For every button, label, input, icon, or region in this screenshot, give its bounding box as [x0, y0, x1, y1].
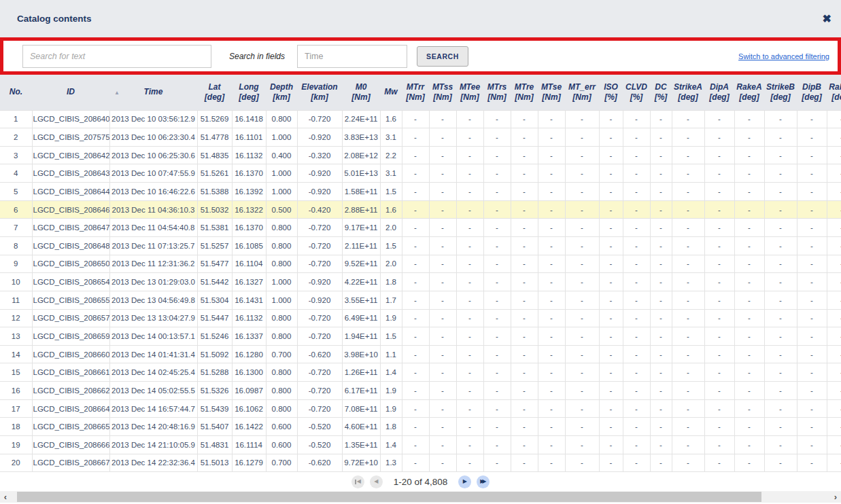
- cell: -0.720: [297, 327, 342, 346]
- table-row[interactable]: 8LGCD_CIBIS_2086482013 Dec 11 07:13:25.7…: [0, 236, 841, 255]
- column-header-mtss[interactable]: MTss[Nm]: [429, 75, 456, 110]
- column-header-m0[interactable]: M0[Nm]: [342, 75, 380, 110]
- scroll-left-arrow[interactable]: ‹: [0, 491, 11, 503]
- column-header-time[interactable]: ▲Time: [109, 75, 197, 110]
- cell: -: [672, 327, 704, 346]
- table-row[interactable]: 11LGCD_CIBIS_2086552013 Dec 13 04:56:49.…: [0, 291, 841, 309]
- cell: -: [511, 309, 538, 327]
- table-row[interactable]: 6LGCD_CIBIS_2086462013 Dec 11 04:36:10.3…: [0, 200, 841, 219]
- cell: 51.5439: [197, 399, 232, 418]
- column-header-mtee[interactable]: MTee[Nm]: [456, 75, 483, 110]
- table-row[interactable]: 3LGCD_CIBIS_2086422013 Dec 10 06:25:30.6…: [0, 146, 841, 164]
- cell: -: [483, 146, 511, 164]
- cell: 20: [0, 454, 32, 472]
- cell: -: [456, 146, 483, 164]
- search-fields-input[interactable]: [297, 45, 407, 68]
- table-row[interactable]: 1LGCD_CIBIS_2086402013 Dec 10 03:56:12.9…: [0, 110, 841, 128]
- table-row[interactable]: 14LGCD_CIBIS_2086602013 Dec 14 01:41:31.…: [0, 345, 841, 363]
- cell: -: [764, 345, 797, 363]
- last-page-button[interactable]: ▶▶: [477, 475, 490, 488]
- cell: -0.420: [297, 200, 342, 219]
- prev-page-button[interactable]: ◀: [370, 475, 383, 488]
- cell: -: [402, 399, 429, 418]
- scroll-right-arrow[interactable]: ›: [830, 491, 841, 503]
- cell: 2013 Dec 14 00:13:57.1: [109, 327, 197, 346]
- cell: -: [483, 309, 511, 327]
- column-header-strikea[interactable]: StrikeA[deg]: [672, 75, 704, 110]
- column-header-clvd[interactable]: CLVD[%]: [623, 75, 650, 110]
- cell: 16.1322: [232, 200, 266, 219]
- first-page-button[interactable]: ◀: [351, 475, 364, 488]
- cell: -: [734, 183, 764, 201]
- cell: -: [797, 345, 827, 363]
- cell: 2013 Dec 11 07:13:25.7: [109, 236, 197, 255]
- table-row[interactable]: 19LGCD_CIBIS_2086662013 Dec 14 21:10:05.…: [0, 436, 841, 454]
- column-header-strikeb[interactable]: StrikeB[deg]: [764, 75, 797, 110]
- next-page-button[interactable]: ▶: [458, 475, 471, 488]
- column-header-dipb[interactable]: DipB[deg]: [797, 75, 827, 110]
- table-row[interactable]: 13LGCD_CIBIS_2086592013 Dec 14 00:13:57.…: [0, 327, 841, 346]
- table-row[interactable]: 5LGCD_CIBIS_2086442013 Dec 10 16:46:22.6…: [0, 183, 841, 201]
- table-row[interactable]: 4LGCD_CIBIS_2086432013 Dec 10 07:47:55.9…: [0, 164, 841, 183]
- scrollbar-track[interactable]: [11, 491, 830, 503]
- table-row[interactable]: 7LGCD_CIBIS_2086472013 Dec 11 04:54:40.8…: [0, 219, 841, 237]
- table-row[interactable]: 15LGCD_CIBIS_2086612013 Dec 14 02:45:25.…: [0, 363, 841, 382]
- cell: -: [650, 309, 672, 327]
- close-icon[interactable]: ✖: [823, 14, 831, 24]
- cell: LGCD_CIBIS_208648: [32, 236, 109, 255]
- column-header-mw[interactable]: Mw: [380, 75, 402, 110]
- cell: -: [764, 327, 797, 346]
- table-row[interactable]: 9LGCD_CIBIS_2086502013 Dec 11 12:31:36.2…: [0, 255, 841, 273]
- horizontal-scrollbar[interactable]: ‹ ›: [0, 491, 841, 503]
- cell: -0.720: [297, 255, 342, 273]
- cell: 16.1300: [232, 363, 266, 382]
- cell: -: [483, 454, 511, 472]
- cell: -: [565, 219, 599, 237]
- column-header-elevation[interactable]: Elevation[km]: [297, 75, 342, 110]
- cell: -: [650, 399, 672, 418]
- column-header-depth[interactable]: Depth[km]: [266, 75, 297, 110]
- table-row[interactable]: 10LGCD_CIBIS_2086542013 Dec 13 01:29:03.…: [0, 273, 841, 291]
- cell: -: [456, 309, 483, 327]
- cell: -: [456, 345, 483, 363]
- cell: 0.600: [266, 436, 297, 454]
- cell: -: [650, 273, 672, 291]
- table-row[interactable]: 12LGCD_CIBIS_2086572013 Dec 13 13:04:27.…: [0, 309, 841, 327]
- column-header-mtre[interactable]: MTre[Nm]: [511, 75, 538, 110]
- search-text-input[interactable]: [22, 45, 211, 68]
- cell: -: [483, 219, 511, 237]
- scrollbar-thumb[interactable]: [17, 492, 761, 502]
- column-header-rakeb[interactable]: RakeB[deg]: [827, 75, 841, 110]
- table-row[interactable]: 17LGCD_CIBIS_2086642013 Dec 14 16:57:44.…: [0, 399, 841, 418]
- column-header-dipa[interactable]: DipA[deg]: [704, 75, 734, 110]
- cell: 16.1101: [232, 128, 266, 147]
- column-header-rakea[interactable]: RakeA[deg]: [734, 75, 764, 110]
- column-header-lat[interactable]: Lat[deg]: [197, 75, 232, 110]
- column-header-mt_err[interactable]: MT_err[Nm]: [565, 75, 599, 110]
- column-header-long[interactable]: Long[deg]: [232, 75, 266, 110]
- column-header-mtrs[interactable]: MTrs[Nm]: [483, 75, 511, 110]
- cell: -: [599, 236, 623, 255]
- advanced-filtering-link[interactable]: Switch to advanced filtering: [738, 52, 829, 60]
- table-row[interactable]: 2LGCD_CIBIS_2075752013 Dec 10 06:23:30.4…: [0, 128, 841, 147]
- search-button[interactable]: SEARCH: [417, 46, 468, 67]
- table-row[interactable]: 20LGCD_CIBIS_2086672013 Dec 14 22:32:36.…: [0, 454, 841, 472]
- column-header-mtrr[interactable]: MTrr[Nm]: [402, 75, 429, 110]
- cell: 1.8: [380, 273, 402, 291]
- first-page-icon: [355, 480, 356, 484]
- cell: 9: [0, 255, 32, 273]
- column-header-mtse[interactable]: MTse[Nm]: [538, 75, 565, 110]
- cell: -: [827, 273, 841, 291]
- column-header-id[interactable]: ID: [32, 75, 109, 110]
- column-header-dc[interactable]: DC[%]: [650, 75, 672, 110]
- column-header-no[interactable]: No.: [0, 75, 32, 110]
- cell: 3: [0, 146, 32, 164]
- cell: -: [704, 454, 734, 472]
- cell: 16.0987: [232, 382, 266, 400]
- table-row[interactable]: 16LGCD_CIBIS_2086622013 Dec 14 05:02:55.…: [0, 382, 841, 400]
- column-header-iso[interactable]: ISO[%]: [599, 75, 623, 110]
- cell: -: [456, 418, 483, 436]
- cell: -: [429, 128, 456, 147]
- table-row[interactable]: 18LGCD_CIBIS_2086652013 Dec 14 20:48:16.…: [0, 418, 841, 436]
- cell: -0.920: [297, 273, 342, 291]
